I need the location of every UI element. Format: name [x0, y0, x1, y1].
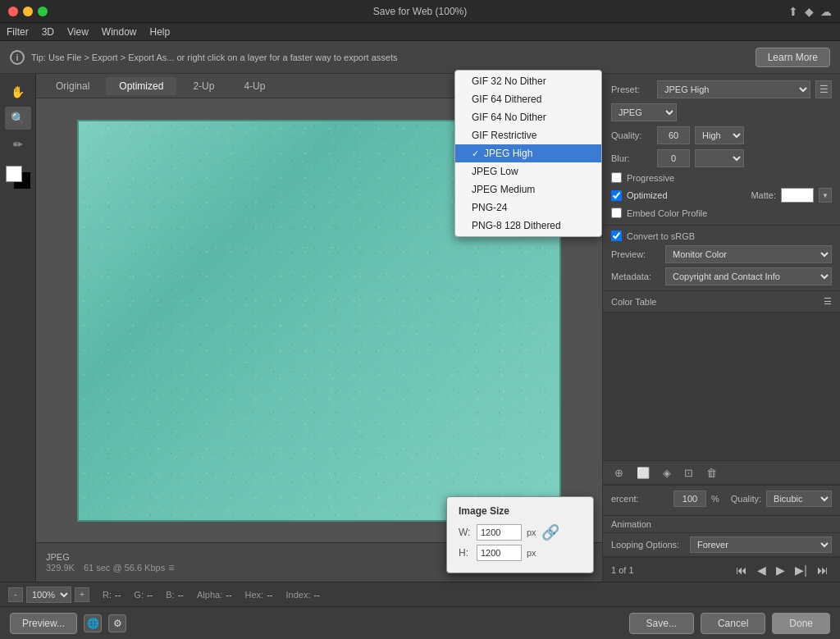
- link-icon[interactable]: 🔗: [541, 523, 559, 541]
- format-row: JPEG: [611, 103, 832, 121]
- image-size-title: Image Size: [459, 505, 582, 517]
- browser-icon[interactable]: 🌐: [84, 614, 102, 632]
- cancel-button[interactable]: Cancel: [701, 613, 765, 634]
- zoom-out-button[interactable]: -: [8, 587, 23, 602]
- progressive-checkbox[interactable]: [611, 172, 622, 183]
- dropdown-item-jpeghigh[interactable]: ✓ JPEG High: [455, 144, 601, 162]
- preset-section: Preset: JPEG High ☰ JPEG Quality: High: [603, 74, 840, 226]
- height-input[interactable]: [477, 545, 522, 561]
- done-button[interactable]: Done: [772, 613, 830, 634]
- quality-algorithm-select[interactable]: Bicubic: [766, 491, 832, 507]
- optimized-checkbox[interactable]: [611, 190, 622, 201]
- tab-optimized[interactable]: Optimized: [106, 77, 176, 95]
- tip-bar: i Tip: Use File > Export > Export As... …: [0, 41, 840, 74]
- status-values: R: -- G: -- B: -- Alpha: -- Hex: -- Inde…: [103, 590, 832, 600]
- tab-4up[interactable]: 4-Up: [231, 77, 278, 95]
- canvas-format: JPEG: [46, 552, 70, 562]
- canvas-transfer: 61 sec @ 56.6 Kbps: [84, 563, 165, 573]
- play-first-button[interactable]: ⏮: [733, 562, 751, 578]
- playback-controls: ⏮ ◀ ▶ ▶| ⏭: [733, 562, 832, 578]
- looping-row: Looping Options: Forever: [603, 533, 840, 557]
- hand-tool[interactable]: ✋: [5, 80, 31, 103]
- embed-color-checkbox[interactable]: [611, 208, 622, 218]
- r-label: R:: [103, 590, 112, 600]
- panel-icon-delete[interactable]: 🗑: [703, 465, 720, 481]
- cloud-icon: ☁: [820, 5, 832, 18]
- r-value: --: [115, 590, 121, 600]
- dropdown-item-png24[interactable]: PNG-24: [455, 199, 601, 217]
- minimize-button[interactable]: [23, 7, 33, 16]
- panel-icon-3[interactable]: ◈: [660, 465, 674, 481]
- window-controls[interactable]: [8, 7, 48, 16]
- play-last-button[interactable]: ⏭: [814, 562, 832, 578]
- action-right: Save... Cancel Done: [629, 613, 830, 634]
- tab-original[interactable]: Original: [43, 77, 103, 95]
- dropdown-item-png8[interactable]: PNG-8 128 Dithered: [455, 217, 601, 235]
- quality-label-small: Quality:: [731, 494, 761, 504]
- dropdown-item-gif32[interactable]: GIF 32 No Dither: [455, 72, 601, 90]
- dropdown-item-gifres[interactable]: GIF Restrictive: [455, 126, 601, 144]
- color-swatches[interactable]: [6, 166, 30, 189]
- tip-text: Tip: Use File > Export > Export As... or…: [31, 52, 749, 62]
- dropdown-item-gif64d[interactable]: GIF 64 Dithered: [455, 90, 601, 108]
- looping-select[interactable]: Forever: [690, 536, 832, 553]
- preview-button[interactable]: Preview...: [10, 613, 77, 634]
- panel-icon-2[interactable]: ⬜: [633, 465, 653, 481]
- color-table-menu-button[interactable]: ☰: [824, 296, 832, 307]
- play-next-button[interactable]: ▶|: [792, 562, 810, 578]
- preview-select[interactable]: Monitor Color: [665, 245, 832, 263]
- zoom-controls: - 100% +: [8, 587, 89, 603]
- preset-menu-button[interactable]: ☰: [815, 80, 832, 98]
- menu-3d[interactable]: 3D: [42, 26, 54, 38]
- metadata-label: Metadata:: [611, 272, 660, 281]
- metadata-select[interactable]: Copyright and Contact Info: [665, 267, 832, 285]
- zoom-select[interactable]: 100%: [26, 587, 71, 603]
- maximize-button[interactable]: [38, 7, 48, 16]
- matte-swatch[interactable]: [781, 188, 814, 203]
- menu-view[interactable]: View: [67, 26, 89, 38]
- menu-window[interactable]: Window: [102, 26, 137, 38]
- play-button[interactable]: ▶: [773, 562, 788, 578]
- panel-icon-4[interactable]: ⊡: [681, 465, 696, 481]
- percent-input[interactable]: [673, 491, 706, 507]
- quality-input[interactable]: [657, 126, 690, 144]
- foreground-color-swatch[interactable]: [6, 166, 22, 182]
- panel-icon-1[interactable]: ⊕: [611, 465, 627, 481]
- progressive-label: Progressive: [627, 173, 674, 183]
- zoom-tool[interactable]: 🔍: [5, 107, 31, 130]
- close-button[interactable]: [8, 7, 18, 16]
- format-select[interactable]: JPEG: [611, 103, 677, 121]
- quality-preset-select[interactable]: High: [695, 126, 744, 144]
- preview-label: Preview:: [611, 249, 660, 259]
- save-button[interactable]: Save...: [629, 613, 694, 634]
- preset-label: Preset:: [611, 84, 652, 94]
- dropdown-item-jpeglow[interactable]: JPEG Low: [455, 162, 601, 180]
- tab-2up[interactable]: 2-Up: [180, 77, 227, 95]
- blur-select[interactable]: [695, 149, 744, 167]
- menu-help[interactable]: Help: [150, 26, 171, 38]
- animation-header: Animation: [603, 515, 840, 533]
- settings-icon[interactable]: ⚙: [108, 614, 126, 632]
- menu-filter[interactable]: Filter: [7, 26, 29, 38]
- dropbox-icon: ⬆: [788, 5, 798, 18]
- play-prev-button[interactable]: ◀: [754, 562, 769, 578]
- dropdown-item-gif64nd[interactable]: GIF 64 No Dither: [455, 108, 601, 126]
- window-title: Save for Web (100%): [373, 6, 468, 17]
- dropdown-item-label: GIF Restrictive: [472, 130, 536, 141]
- playback-bar: 1 of 1 ⏮ ◀ ▶ ▶| ⏭: [603, 557, 840, 582]
- convert-srgb-checkbox[interactable]: [611, 230, 622, 241]
- width-input[interactable]: [477, 524, 522, 541]
- dropdown-item-label: GIF 64 No Dither: [472, 112, 546, 123]
- embed-color-label: Embed Color Profile: [627, 208, 707, 218]
- dropdown-item-jpegmed[interactable]: JPEG Medium: [455, 180, 601, 199]
- hex-value: --: [267, 590, 272, 600]
- width-unit: px: [527, 527, 536, 537]
- eyedropper-tool[interactable]: ✏: [5, 133, 31, 156]
- learn-more-button[interactable]: Learn More: [756, 48, 830, 67]
- transfer-icon: ≡: [168, 562, 174, 573]
- blur-input[interactable]: [657, 149, 690, 167]
- dropdown-item-label: JPEG Medium: [472, 184, 535, 195]
- matte-dropdown-button[interactable]: ▼: [819, 188, 832, 203]
- preset-select[interactable]: JPEG High: [657, 80, 810, 98]
- zoom-in-button[interactable]: +: [75, 587, 89, 602]
